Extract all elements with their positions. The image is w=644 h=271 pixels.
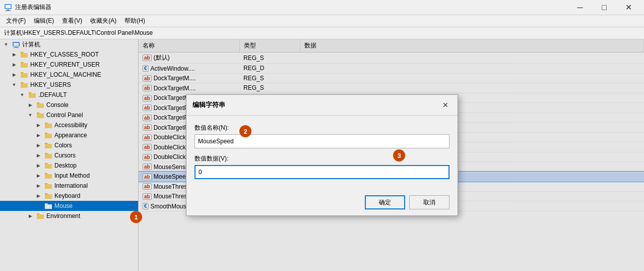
app-icon <box>4 4 12 12</box>
dialog-close-button[interactable]: ✕ <box>439 99 452 111</box>
dialog-titlebar: 编辑字符串 ✕ <box>186 95 458 116</box>
maximize-button[interactable]: □ <box>593 0 616 15</box>
close-button[interactable]: ✕ <box>617 0 640 15</box>
dialog-buttons: 确定 取消 <box>186 191 458 215</box>
address-path: 计算机\HKEY_USERS\.DEFAULT\Control Panel\Mo… <box>4 29 153 37</box>
svg-rect-1 <box>6 5 11 8</box>
menu-bar: 文件(F) 编辑(E) 查看(V) 收藏夹(A) 帮助(H) <box>0 15 644 27</box>
menu-help[interactable]: 帮助(H) <box>120 16 149 26</box>
value-name-label: 数值名称(N): <box>195 124 449 132</box>
edit-string-dialog: 编辑字符串 ✕ 数值名称(N): 数值数据(V): 确定 取消 <box>186 94 458 216</box>
menu-view[interactable]: 查看(V) <box>58 16 86 26</box>
menu-file[interactable]: 文件(F) <box>2 16 30 26</box>
menu-edit[interactable]: 编辑(E) <box>30 16 58 26</box>
title-bar-controls: ─ □ ✕ <box>568 0 640 15</box>
address-bar: 计算机\HKEY_USERS\.DEFAULT\Control Panel\Mo… <box>0 27 644 39</box>
value-data-input[interactable] <box>195 165 449 179</box>
step-badge-2: 2 <box>239 125 251 137</box>
window-title: 注册表编辑器 <box>15 3 51 12</box>
value-data-label: 数值数据(V): <box>195 154 449 163</box>
value-name-input[interactable] <box>195 134 449 148</box>
ok-button[interactable]: 确定 <box>365 195 405 209</box>
minimize-button[interactable]: ─ <box>568 0 592 15</box>
step-badge-1: 1 <box>130 211 142 223</box>
title-bar-left: 注册表编辑器 <box>4 3 51 12</box>
step-badge-3: 3 <box>393 149 405 161</box>
menu-favorites[interactable]: 收藏夹(A) <box>86 16 120 26</box>
title-bar: 注册表编辑器 ─ □ ✕ <box>0 0 644 15</box>
dialog-body: 数值名称(N): 数值数据(V): <box>186 116 458 191</box>
svg-rect-2 <box>7 10 10 11</box>
dialog-overlay: 编辑字符串 ✕ 数值名称(N): 数值数据(V): 确定 取消 <box>0 39 644 271</box>
svg-rect-3 <box>5 11 11 11</box>
dialog-title: 编辑字符串 <box>192 100 225 110</box>
cancel-button[interactable]: 取消 <box>409 195 449 209</box>
